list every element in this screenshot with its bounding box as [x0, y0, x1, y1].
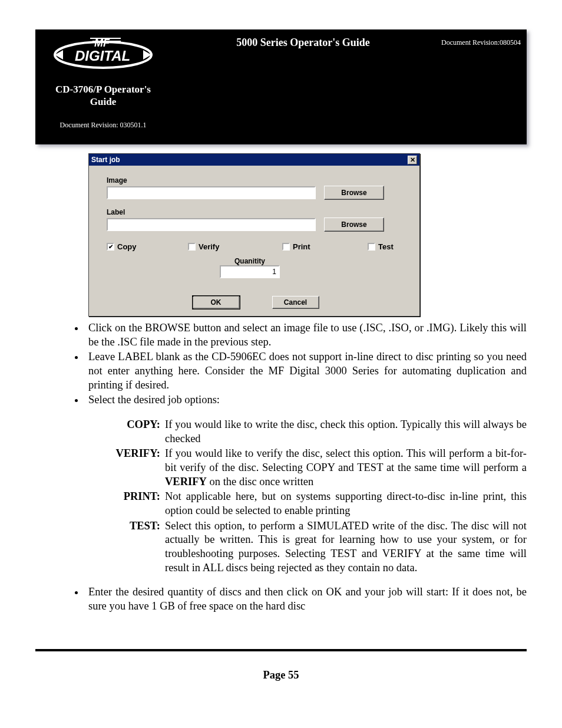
header-title: 5000 Series Operator's Guide: [165, 37, 441, 49]
image-label: Image: [107, 176, 405, 185]
dialog-title: Start job: [91, 156, 408, 164]
checkbox-icon: ✔: [107, 243, 114, 251]
test-checkbox[interactable]: Test: [368, 242, 394, 251]
copy-checkbox[interactable]: ✔ Copy: [107, 242, 182, 251]
checkbox-icon: [368, 243, 375, 251]
close-icon[interactable]: ✕: [408, 156, 417, 164]
def-body-print: Not applicable here, but on systems supp…: [165, 490, 527, 518]
doc-revision-right: Document Revision:080504: [441, 38, 521, 47]
def-term-verify: VERIFY:: [100, 447, 165, 489]
print-checkbox[interactable]: Print: [282, 242, 362, 251]
instructions-list: Click on the BROWSE button and select an…: [61, 321, 527, 407]
guide-title: CD-3706/P Operator's Guide: [41, 83, 165, 108]
def-term-test: TEST:: [100, 519, 165, 575]
quantity-input[interactable]: [220, 265, 280, 278]
def-term-copy: COPY:: [100, 418, 165, 446]
browse-image-button[interactable]: Browse: [324, 186, 384, 200]
divider: [35, 649, 527, 651]
verify-checkbox[interactable]: Verify: [188, 242, 276, 251]
doc-revision-left: Document Revision: 030501.1: [60, 121, 147, 130]
checkbox-icon: [282, 243, 290, 251]
svg-text:DIGITAL: DIGITAL: [75, 48, 130, 64]
page-number: Page 55: [35, 669, 527, 681]
ok-button[interactable]: OK: [193, 296, 240, 309]
list-item: Enter the desired quantity of discs and …: [85, 585, 527, 613]
def-body-verify: If you would like to verify the disc, se…: [165, 447, 527, 489]
start-job-dialog: Start job ✕ Image Browse Label Browse ✔ …: [88, 153, 420, 317]
label-label: Label: [107, 208, 405, 216]
def-body-copy: If you would like to write the disc, che…: [165, 418, 527, 446]
label-input[interactable]: [107, 218, 316, 231]
image-input[interactable]: [107, 186, 316, 199]
browse-label-button[interactable]: Browse: [324, 218, 384, 232]
quantity-label: Quanitity: [95, 257, 405, 265]
options-definitions: COPY: If you would like to write the dis…: [100, 418, 527, 575]
def-body-test: Select this option, to perform a SIMULAT…: [165, 519, 527, 575]
brand-logo: MF DIGITAL: [50, 32, 156, 73]
logo-block: MF DIGITAL CD-3706/P Operator's Guide Do…: [41, 32, 165, 130]
cancel-button[interactable]: Cancel: [272, 296, 319, 309]
dialog-titlebar: Start job ✕: [89, 154, 419, 166]
def-term-print: PRINT:: [100, 490, 165, 518]
checkbox-icon: [188, 243, 196, 251]
list-item: Click on the BROWSE button and select an…: [85, 321, 527, 349]
page-header: MF DIGITAL CD-3706/P Operator's Guide Do…: [35, 29, 527, 144]
list-item: Leave LABEL blank as the CD-5906EC does …: [85, 350, 527, 392]
instructions-list-2: Enter the desired quantity of discs and …: [61, 585, 527, 613]
list-item: Select the desired job options:: [85, 393, 527, 407]
